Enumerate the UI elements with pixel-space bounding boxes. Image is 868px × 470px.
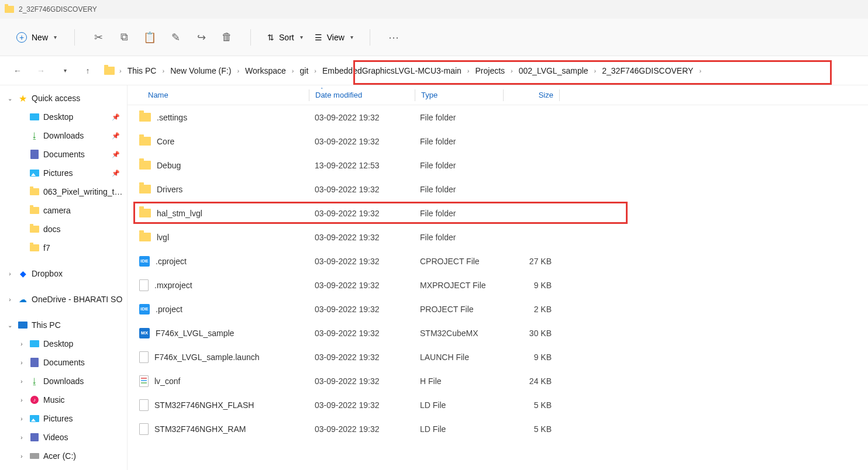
sidebar-downloads[interactable]: ⭳ Downloads 📌 — [0, 126, 127, 145]
pin-icon: 📌 — [112, 132, 120, 140]
column-date[interactable]: Date modified — [309, 85, 415, 105]
delete-button[interactable]: 🗑 — [215, 26, 239, 49]
sidebar-pc-downloads[interactable]: › ⭳ Downloads — [0, 372, 127, 390]
file-icon — [139, 351, 149, 363]
sidebar-pc-music[interactable]: › ♪ Music — [0, 390, 127, 409]
breadcrumb-item[interactable]: 002_LVGL_sample — [515, 64, 592, 78]
chevron-right-icon: › — [6, 271, 14, 277]
sidebar-this-pc[interactable]: ⌄ This PC — [0, 316, 127, 334]
sidebar-quick-access[interactable]: ⌄ ★ Quick access — [0, 89, 127, 108]
file-row[interactable]: IDE.project03-09-2022 19:32PROJECT File2… — [128, 297, 868, 321]
breadcrumb-item[interactable]: Workspace — [242, 64, 290, 78]
file-row[interactable]: STM32F746NGHX_RAM03-09-2022 19:32LD File… — [128, 417, 868, 441]
sidebar: ⌄ ★ Quick access Desktop 📌 ⭳ Downloads 📌… — [0, 85, 128, 470]
paste-button[interactable]: 📋 — [138, 26, 161, 49]
file-type: LAUNCH File — [414, 352, 502, 362]
sidebar-pictures[interactable]: Pictures 📌 — [0, 164, 127, 182]
sidebar-pc-videos[interactable]: › Videos — [0, 428, 127, 447]
file-row[interactable]: F746x_LVGL_sample.launch03-09-2022 19:32… — [128, 345, 868, 369]
navbar: ← → ▾ ↑ › This PC›New Volume (F:)›Worksp… — [0, 56, 868, 85]
rename-button[interactable]: ✎ — [164, 26, 187, 49]
address-bar[interactable]: › This PC›New Volume (F:)›Workspace›git›… — [102, 62, 860, 80]
file-name: F746x_LVGL_sample.launch — [154, 352, 260, 362]
folder-icon — [30, 188, 39, 195]
desktop-icon — [30, 113, 39, 120]
sidebar-pc-desktop[interactable]: › Desktop — [0, 334, 127, 353]
share-button[interactable]: ↪ — [190, 26, 213, 49]
breadcrumb-item[interactable]: New Volume (F:) — [167, 64, 235, 78]
sidebar-label: Downloads — [43, 376, 123, 386]
sidebar-label: Documents — [43, 358, 123, 367]
sidebar-label: Pictures — [43, 414, 123, 423]
file-row[interactable]: .mxproject03-09-2022 19:32MXPROJECT File… — [128, 273, 868, 297]
file-row[interactable]: STM32F746NGHX_FLASH03-09-2022 19:32LD Fi… — [128, 393, 868, 417]
file-row[interactable]: .settings03-09-2022 19:32File folder — [128, 105, 868, 129]
sidebar-pc-pictures[interactable]: › Pictures — [0, 409, 127, 428]
file-size: 9 KB — [502, 281, 557, 290]
file-size: 30 KB — [502, 329, 557, 338]
new-button[interactable]: + New ▾ — [11, 29, 63, 46]
file-type: PROJECT File — [414, 305, 502, 314]
sidebar-folder-pixel[interactable]: 063_Pixel_writing_to_d — [0, 182, 127, 201]
column-name[interactable]: Name — [128, 85, 309, 105]
forward-button[interactable]: → — [32, 61, 50, 80]
sidebar-documents[interactable]: Documents 📌 — [0, 145, 127, 164]
file-icon — [139, 279, 149, 291]
music-icon: ♪ — [30, 396, 39, 404]
sidebar-folder-f7[interactable]: f7 — [0, 239, 127, 257]
document-icon — [30, 150, 39, 159]
sort-indicator-icon: ˄ — [321, 87, 323, 93]
breadcrumb-item[interactable]: EmbeddedGraphicsLVGL-MCU3-main — [319, 64, 465, 78]
view-button[interactable]: ☰ View ▾ — [310, 30, 358, 44]
sidebar-dropbox[interactable]: › ◆ Dropbox — [0, 264, 127, 283]
sidebar-folder-camera[interactable]: camera — [0, 201, 127, 220]
file-row[interactable]: MXF746x_LVGL_sample03-09-2022 19:32STM32… — [128, 321, 868, 345]
column-size[interactable]: Size — [504, 85, 559, 105]
breadcrumb-item[interactable]: Projects — [472, 64, 509, 78]
sidebar-label: Desktop — [43, 112, 108, 122]
file-row[interactable]: Drivers03-09-2022 19:32File folder — [128, 177, 868, 201]
download-icon: ⭳ — [29, 130, 40, 141]
cut-button[interactable]: ✂ — [87, 26, 110, 49]
column-headers: Name ˄ Date modified Type Size — [128, 85, 868, 105]
sidebar-label: This PC — [32, 320, 123, 330]
sidebar-pc-documents[interactable]: › Documents — [0, 353, 127, 372]
divider — [370, 29, 370, 46]
file-name: Core — [157, 137, 174, 146]
copy-button[interactable]: ⧉ — [112, 26, 136, 49]
file-row[interactable]: hal_stm_lvgl03-09-2022 19:32File folder — [128, 201, 868, 225]
chevron-right-icon: › — [160, 67, 167, 74]
sidebar-label: Videos — [43, 433, 123, 442]
file-row[interactable]: lvgl03-09-2022 19:32File folder — [128, 225, 868, 249]
sidebar-onedrive[interactable]: › ☁ OneDrive - BHARATI SO — [0, 290, 127, 309]
file-row[interactable]: lv_conf03-09-2022 19:32H File24 KB — [128, 369, 868, 393]
file-row[interactable]: IDE.cproject03-09-2022 19:32CPROJECT Fil… — [128, 249, 868, 273]
window-title: 2_32F746GDISCOVERY — [19, 5, 97, 13]
file-row[interactable]: Core03-09-2022 19:32File folder — [128, 129, 868, 153]
sort-button[interactable]: ⇅ Sort ▾ — [263, 30, 308, 44]
file-row[interactable]: Debug13-09-2022 12:53File folder — [128, 153, 868, 177]
sidebar-desktop[interactable]: Desktop 📌 — [0, 108, 127, 126]
chevron-down-icon: ▾ — [64, 67, 67, 74]
sidebar-drive-acer[interactable]: › Acer (C:) — [0, 447, 127, 465]
file-type: File folder — [414, 185, 502, 194]
breadcrumb-item[interactable]: 2_32F746GDISCOVERY — [598, 64, 697, 78]
drive-icon — [30, 453, 39, 459]
file-date: 03-09-2022 19:32 — [309, 209, 414, 218]
column-label: Type — [421, 91, 438, 99]
file-date: 03-09-2022 19:32 — [309, 376, 414, 386]
file-name: lv_conf — [154, 376, 180, 386]
sidebar-folder-docs[interactable]: docs — [0, 220, 127, 239]
new-label: New — [32, 33, 48, 42]
breadcrumb-item[interactable]: git — [297, 64, 312, 78]
folder-icon — [139, 161, 151, 170]
more-button[interactable]: ⋯ — [382, 26, 405, 49]
column-type[interactable]: Type — [415, 85, 503, 105]
back-button[interactable]: ← — [8, 61, 27, 80]
file-icon — [139, 423, 149, 435]
breadcrumb-item[interactable]: This PC — [124, 64, 160, 78]
up-button[interactable]: ↑ — [78, 61, 97, 80]
file-date: 03-09-2022 19:32 — [309, 137, 414, 146]
recent-button[interactable]: ▾ — [55, 61, 74, 80]
folder-icon — [30, 244, 39, 251]
